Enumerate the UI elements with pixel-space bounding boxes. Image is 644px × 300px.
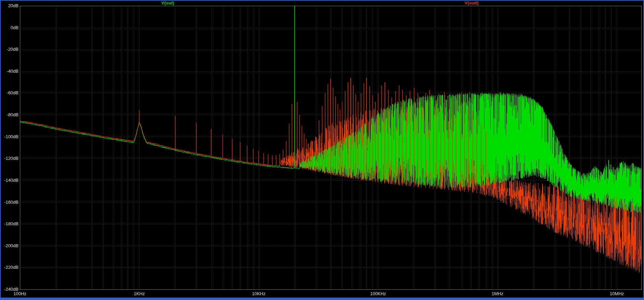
trace-legend: V(out) V(outl): [0, 0, 644, 6]
x-tick-label: 100KHz: [370, 291, 386, 296]
x-tick-label: 100Hz: [13, 291, 26, 296]
x-tick-label: 1KHz: [134, 291, 145, 296]
x-axis-labels: 100Hz1KHz10KHz100KHz1MHz10MHz: [0, 291, 644, 297]
y-axis-labels: 20dB0dB-20dB-40dB-60dB-80dB-100dB-120dB-…: [0, 0, 21, 300]
y-tick-label: -20dB: [1, 47, 19, 52]
y-tick-label: -80dB: [1, 112, 19, 118]
window-bottom-edge: [0, 298, 644, 300]
x-tick-label: 10MHz: [610, 291, 624, 296]
y-tick-label: -200dB: [1, 243, 19, 249]
x-tick-label: 10KHz: [252, 291, 265, 296]
x-tick-label: 1MHz: [492, 291, 503, 296]
y-tick-label: -100dB: [1, 134, 19, 140]
y-tick-label: -220dB: [1, 265, 19, 270]
y-tick-label: -140dB: [1, 178, 19, 183]
y-tick-label: -160dB: [1, 200, 19, 205]
y-tick-label: -40dB: [1, 69, 19, 74]
y-tick-label: -180dB: [1, 221, 19, 227]
fft-plot-canvas[interactable]: [0, 0, 644, 300]
y-tick-label: -60dB: [1, 90, 19, 96]
y-tick-label: 0dB: [1, 25, 19, 31]
trace-label-voutl[interactable]: V(outl): [465, 0, 479, 5]
y-tick-label: -120dB: [1, 156, 19, 161]
trace-label-vout[interactable]: V(out): [161, 0, 174, 5]
